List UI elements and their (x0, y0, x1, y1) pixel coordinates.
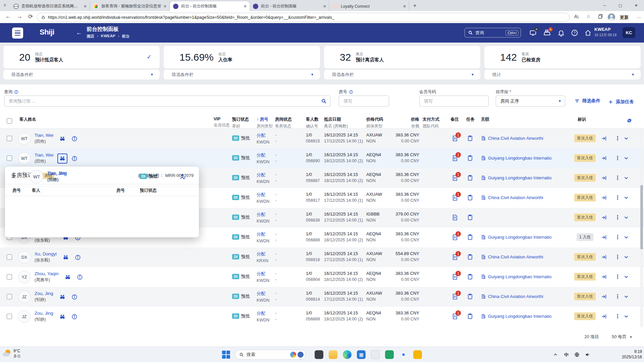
row-more-menu-icon[interactable]: ⋮ (614, 135, 621, 141)
kpi-card[interactable]: 32 离店 预计离店客人 (324, 46, 480, 68)
company-name-link[interactable]: Guiyang Longdongbao Internatio (488, 235, 551, 240)
check-in-icon[interactable] (601, 175, 607, 181)
address-bar[interactable]: https://cn1.web.ep.shiji.world/individua… (37, 13, 570, 22)
task-clipboard-icon[interactable] (467, 313, 473, 319)
add-task-button[interactable]: ＋ 添加任务 (608, 98, 634, 106)
task-clipboard-icon[interactable] (467, 194, 473, 201)
row-checkbox[interactable] (7, 156, 12, 161)
company-name-link[interactable]: China Civil Aviation Airworthi (488, 195, 543, 200)
multi-room-binoculars-icon[interactable] (57, 292, 67, 302)
row-more-menu-icon[interactable]: ⋮ (614, 254, 621, 260)
popup-row[interactable]: 2. WT Tian, Wei (田炜) DI 预抵 (5, 167, 199, 187)
home-icon[interactable] (584, 29, 592, 37)
tray-volume-icon[interactable] (585, 352, 590, 358)
menu-button[interactable] (12, 27, 23, 39)
row-expand-chevron-icon[interactable] (623, 313, 629, 319)
row-more-menu-icon[interactable]: ⋮ (614, 313, 621, 319)
assign-room-link[interactable]: 分配 (257, 192, 269, 198)
taskbar-edge-icon[interactable] (343, 350, 352, 359)
company-name-link[interactable]: China Civil Aviation Airworthi (488, 254, 543, 259)
taskbar-search-box[interactable]: 搜索 (235, 350, 306, 360)
row-checkbox[interactable] (7, 274, 12, 280)
kpi-card[interactable]: 20 抵店 预计抵店客人 ✓ (3, 46, 160, 68)
walk-in-check-icon[interactable] (179, 173, 186, 180)
taskbar-app-meeting-icon[interactable] (315, 350, 323, 359)
breadcrumb-property[interactable]: KWEAP (101, 34, 115, 39)
info-icon[interactable] (71, 294, 77, 300)
tray-network-icon[interactable] (574, 352, 580, 358)
check-in-icon[interactable] (601, 155, 607, 161)
table-row[interactable]: YZ Zhou, Yaqin (周雅琴) DI 预抵 (0, 267, 644, 287)
check-in-icon[interactable] (601, 215, 607, 221)
table-row[interactable]: JZ Zou, Jing (邹静) DI 预抵 (0, 287, 644, 307)
table-row[interactable]: WT Tian, Wei (田炜) DI 预抵 (0, 148, 644, 168)
task-clipboard-icon[interactable] (467, 155, 473, 161)
taskbar-clock[interactable]: 9:19 2025/12/16 (613, 349, 642, 359)
task-clipboard-icon[interactable] (467, 175, 473, 181)
note-icon[interactable]: 1 (451, 274, 458, 280)
check-in-icon[interactable] (601, 135, 607, 141)
row-expand-chevron-icon[interactable] (623, 215, 629, 221)
note-icon[interactable]: 1 (451, 155, 458, 162)
task-clipboard-icon[interactable] (467, 214, 473, 221)
notifications-bell-icon[interactable] (557, 29, 565, 37)
search-icon[interactable] (321, 98, 327, 104)
browser-tab[interactable]: 旅客查询 - 紫楠旅馆业治安信息管 ✕ (90, 1, 170, 11)
row-more-menu-icon[interactable]: ⋮ (614, 155, 621, 161)
col-link[interactable]: 关联 (481, 117, 489, 122)
row-expand-chevron-icon[interactable] (623, 135, 629, 141)
linked-company[interactable]: Guiyang Longdongbao Internatio (481, 156, 551, 161)
company-name-link[interactable]: China Civil Aviation Airworthi (488, 294, 543, 299)
browser-tab[interactable]: 前台 - 前台控制面板 ✕ (250, 1, 329, 11)
filter-conditions-button[interactable]: 筛选条件 (574, 98, 600, 104)
cashier-icon[interactable]: 🔒 (543, 29, 551, 37)
table-settings-gear-icon[interactable] (626, 117, 633, 124)
window-maximize-button[interactable]: ▢ (612, 0, 628, 11)
note-icon[interactable]: 1 (451, 175, 458, 181)
note-icon[interactable]: 1 (451, 313, 458, 320)
assign-room-link[interactable]: 分配 (257, 172, 269, 178)
col-guest-count[interactable]: 客人数确认号 (306, 117, 319, 129)
row-expand-chevron-icon[interactable] (623, 274, 629, 280)
row-expand-chevron-icon[interactable] (623, 155, 629, 161)
header-back-button[interactable]: ← (76, 29, 82, 36)
kpi-card[interactable]: 142 客房 已检查房 (484, 46, 641, 68)
kpi-filter-dropdown[interactable]: 筛选条件栏 ▼ (3, 70, 160, 79)
info-icon[interactable] (71, 156, 77, 162)
col-task[interactable]: 任务 (466, 117, 475, 122)
refresh-button[interactable]: ⟳ (28, 13, 33, 20)
assign-room-link[interactable]: 分配 (257, 251, 268, 257)
browser-tab[interactable]: Loyalty Connect ✕ (329, 1, 409, 11)
col-status[interactable]: 预订状态喜好 (232, 117, 249, 129)
assign-room-link[interactable]: 分配 (257, 291, 269, 297)
col-rate-code[interactable]: 价格代码担保类型 (366, 117, 383, 129)
row-more-menu-icon[interactable]: ⋮ (614, 195, 621, 201)
user-avatar[interactable]: KC (623, 27, 635, 38)
browser-update-button[interactable]: 更新 (620, 14, 629, 20)
assign-room-link[interactable]: 分配 (257, 132, 269, 138)
tab-close-icon[interactable]: ✕ (403, 4, 406, 9)
company-name-link[interactable]: Guiyang Longdongbao Internatio (488, 314, 551, 319)
row-more-menu-icon[interactable]: ⋮ (614, 234, 621, 240)
col-payment[interactable]: 支付方式团队代码 (423, 117, 439, 129)
back-button[interactable]: ← (5, 13, 11, 20)
company-name-link[interactable]: China Civil Aviation Airworthi (488, 136, 543, 141)
multi-room-binoculars-icon[interactable] (61, 252, 71, 262)
col-guest-name[interactable]: 客人姓名 (19, 117, 36, 122)
row-checkbox[interactable] (7, 136, 12, 141)
linked-company[interactable]: Guiyang Longdongbao Internatio (481, 314, 551, 319)
kpi-filter-dropdown[interactable]: 筛选条件栏 ▼ (164, 70, 320, 79)
select-all-checkbox[interactable] (7, 118, 12, 124)
col-note[interactable]: 备注 (450, 117, 459, 122)
start-button[interactable] (222, 351, 230, 359)
guest-name-link[interactable]: Tian, Wei (47, 171, 67, 176)
read-aloud-icon[interactable]: A) (574, 14, 579, 19)
multi-room-binoculars-icon[interactable] (63, 272, 73, 282)
linked-company[interactable]: China Civil Aviation Airworthi (481, 254, 543, 259)
note-icon[interactable]: 1 (451, 194, 458, 201)
assign-room-link[interactable]: 分配 (257, 271, 269, 277)
col-room-sorted[interactable]: ↑ 房号房间类型 (257, 117, 273, 129)
taskbar-calculator-icon[interactable] (371, 350, 380, 359)
kpi-filter-dropdown[interactable]: 筛选条件栏 ▼ (324, 70, 480, 79)
check-in-icon[interactable] (601, 195, 607, 201)
